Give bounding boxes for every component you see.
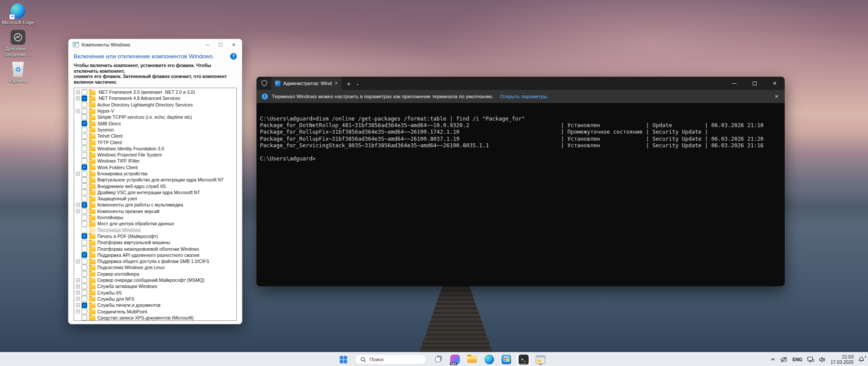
expand-plus-icon[interactable]: + <box>76 278 80 282</box>
notification-bell-icon[interactable]: z <box>858 356 864 362</box>
feature-item[interactable]: +.NET Framework 3.5 (включает .NET 2.0 и… <box>76 89 236 95</box>
language-indicator[interactable]: ENG <box>793 357 803 362</box>
expand-plus-icon[interactable]: + <box>76 203 80 207</box>
feature-item[interactable]: Мост для центра обработки данных <box>76 220 236 227</box>
close-button[interactable]: ✕ <box>227 40 240 50</box>
feature-checkbox[interactable] <box>82 221 87 227</box>
feature-checkbox[interactable] <box>82 189 87 195</box>
feature-item[interactable]: Sysmon <box>76 127 236 133</box>
network-icon[interactable] <box>807 356 814 362</box>
feature-checkbox[interactable] <box>82 315 87 320</box>
terminal-content[interactable]: C:\Users\adguard>dism /online /get-packa… <box>256 103 785 286</box>
feature-checkbox[interactable]: ✓ <box>82 202 87 208</box>
expand-plus-icon[interactable]: + <box>76 96 80 100</box>
expand-plus-icon[interactable]: + <box>76 291 80 295</box>
desktop-icon-edge[interactable]: ↗ Microsoft Edge <box>1 4 35 25</box>
tab-dropdown-chevron-icon[interactable]: ⌄ <box>356 81 359 86</box>
feature-checkbox[interactable] <box>82 240 87 245</box>
feature-item[interactable]: ✓Поддержка API удаленного разностного сж… <box>76 252 236 258</box>
terminal-minimize-button[interactable] <box>724 77 744 90</box>
feature-checkbox[interactable] <box>82 215 87 220</box>
file-explorer-button[interactable] <box>465 354 480 366</box>
feature-item[interactable]: Платформа виртуальной машины <box>76 239 236 245</box>
clock[interactable]: 21:03 17.03.2026 <box>830 354 854 365</box>
feature-checkbox[interactable] <box>82 271 87 277</box>
feature-item[interactable]: ✓SMB Direct <box>76 120 236 126</box>
open-settings-link[interactable]: Открыть параметры <box>500 94 548 99</box>
feature-checkbox[interactable]: – <box>82 96 87 101</box>
feature-item[interactable]: ✓Work Folders Client <box>76 164 236 171</box>
new-tab-button[interactable]: + <box>347 80 351 87</box>
expand-plus-icon[interactable]: + <box>76 109 80 113</box>
feature-checkbox[interactable] <box>82 171 87 177</box>
feature-checkbox[interactable] <box>82 183 87 189</box>
feature-item[interactable]: TFTP Client <box>76 139 236 145</box>
desktop-icon-info-file[interactable]: Дополнит...сведения ... <box>1 30 35 57</box>
feature-item[interactable]: +Компоненты прежних версий <box>76 208 236 214</box>
terminal-maximize-button[interactable] <box>744 77 765 90</box>
windows-features-taskbar-button[interactable] <box>533 354 548 366</box>
feature-checkbox[interactable] <box>82 114 87 120</box>
feature-item[interactable]: +–Службы печати и документов <box>76 302 236 308</box>
expand-plus-icon[interactable]: + <box>76 284 80 288</box>
help-icon[interactable]: ? <box>230 53 237 60</box>
terminal-close-button[interactable]: ✕ <box>765 77 785 90</box>
feature-checkbox[interactable] <box>82 89 87 95</box>
dialog-titlebar[interactable]: Компоненты Windows ─ ☐ ✕ <box>68 39 242 50</box>
maximize-button[interactable]: ☐ <box>214 40 227 50</box>
terminal-tab[interactable]: >_ Администратор: Windows Po ✕ <box>271 77 342 90</box>
feature-checkbox[interactable] <box>82 177 87 183</box>
edge-button[interactable] <box>482 354 497 366</box>
infobar-close-icon[interactable]: ✕ <box>775 94 779 99</box>
feature-item[interactable]: Сервер контейнера <box>76 271 236 277</box>
feature-checkbox[interactable] <box>82 259 87 264</box>
expand-plus-icon[interactable]: + <box>76 90 80 94</box>
feature-checkbox[interactable] <box>82 139 87 145</box>
feature-item[interactable]: Средство записи XPS-документов (Microsof… <box>76 315 236 321</box>
feature-item[interactable]: +Поддержка общего доступа к файлам SMB 1… <box>76 258 236 264</box>
expand-plus-icon[interactable]: + <box>76 259 80 263</box>
expand-plus-icon[interactable]: + <box>76 172 80 176</box>
feature-item[interactable]: +Блокировка устройства <box>76 171 236 177</box>
feature-checkbox[interactable] <box>82 158 87 164</box>
search-input[interactable]: Поиск <box>355 354 427 365</box>
feature-checkbox[interactable]: ✓ <box>82 252 87 258</box>
volume-icon[interactable] <box>819 357 825 362</box>
feature-checkbox[interactable] <box>82 208 87 214</box>
feature-checkbox[interactable]: ✓ <box>82 121 87 126</box>
feature-item[interactable]: Внедряемое веб-ядро служб IIS <box>76 183 236 189</box>
feature-item[interactable]: +Служба активации Windows <box>76 283 236 289</box>
expand-plus-icon[interactable]: + <box>76 209 80 213</box>
feature-item[interactable]: +Сервер очереди сообщений Майкрософт (MS… <box>76 277 236 283</box>
feature-item[interactable]: Windows Identity Foundation 3.5 <box>76 146 236 152</box>
feature-checkbox[interactable] <box>82 146 87 151</box>
cloud-slash-icon[interactable] <box>780 356 788 362</box>
feature-item[interactable]: +Соединитель MultiPoint <box>76 308 236 314</box>
copilot-button[interactable]: M365 <box>448 354 462 366</box>
feature-checkbox[interactable] <box>82 277 87 283</box>
feature-item[interactable]: Контейнеры <box>76 214 236 220</box>
feature-item[interactable]: +Службы IIS <box>76 290 236 296</box>
feature-checkbox[interactable]: ✓ <box>82 164 87 170</box>
feature-item[interactable]: Платформа низкоуровневой оболочки Window… <box>76 245 236 252</box>
feature-checkbox[interactable] <box>82 152 87 158</box>
feature-item[interactable]: +Hyper-V <box>76 108 236 114</box>
tab-close-icon[interactable]: ✕ <box>334 81 338 85</box>
feature-checkbox[interactable] <box>82 284 87 289</box>
feature-checkbox[interactable] <box>82 265 87 270</box>
feature-checkbox[interactable]: – <box>82 302 87 308</box>
feature-checkbox[interactable] <box>82 290 87 295</box>
feature-checkbox[interactable] <box>82 309 87 314</box>
feature-item[interactable]: Windows Projected File System <box>76 152 236 158</box>
feature-item[interactable]: Windows TIFF IFilter <box>76 158 236 164</box>
tray-chevron-up-icon[interactable] <box>770 358 776 361</box>
feature-item[interactable]: Simple TCPIP services (i.e. echo, daytim… <box>76 114 236 120</box>
feature-item[interactable]: Защищенный узел <box>76 195 236 202</box>
feature-item[interactable]: Виртуальное устройство для интеграции яд… <box>76 177 236 183</box>
feature-item[interactable]: Active Directory Lightweight Directory S… <box>76 102 236 108</box>
feature-checkbox[interactable] <box>82 127 87 132</box>
expand-plus-icon[interactable]: + <box>76 297 80 301</box>
feature-checkbox[interactable] <box>82 227 87 233</box>
terminal-titlebar[interactable]: >_ Администратор: Windows Po ✕ + ⌄ ✕ <box>256 77 785 90</box>
feature-checkbox[interactable] <box>82 296 87 302</box>
